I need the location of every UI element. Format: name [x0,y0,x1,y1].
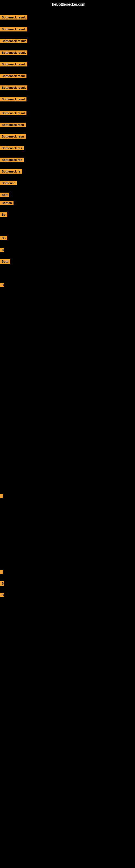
bottleneck-result-badge: | [0,569,3,574]
bottleneck-result-badge: | [0,494,3,498]
bottleneck-result-badge: B [0,581,4,586]
bottleneck-result-badge: Bottleneck resul [0,111,27,115]
bottleneck-result-badge: Bottl [0,259,10,264]
bottleneck-result-badge: Bottleneck result [0,39,27,43]
bottleneck-result-badge: B [0,283,4,287]
bottleneck-result-badge: Bottleneck resul [0,97,27,101]
bottleneck-result-badge: Bottleneck result [0,27,27,31]
bottleneck-result-badge: Bottleneck result [0,15,27,20]
bottleneck-result-badge: Bottleneck re [0,169,22,174]
site-title: TheBottlenecker.com [0,0,135,9]
bottleneck-result-badge: Bo [0,212,7,217]
bottleneck-result-badge: Bottleneck result [0,51,27,55]
bottleneck-result-badge: Bottlen [0,201,13,205]
bottleneck-result-badge: Bottleneck resul [0,74,27,78]
bottleneck-result-badge: Bottleneck res [0,146,24,150]
bottleneck-result-badge: Bo [0,236,7,240]
bottleneck-result-badge: Bottleneck res [0,158,24,162]
bottleneck-result-badge: B [0,248,4,252]
bottleneck-result-badge: Bott [0,193,9,197]
bottleneck-result-badge: Bottleneck resu [0,134,26,138]
bottleneck-result-badge: Bottleneck result [0,62,27,66]
bottleneck-result-badge: B [0,593,4,597]
bottleneck-result-badge: Bottleneck result [0,86,27,90]
bottleneck-result-badge: Bottleneck resu [0,123,26,127]
bottleneck-result-badge: Bottlenec [0,181,17,185]
